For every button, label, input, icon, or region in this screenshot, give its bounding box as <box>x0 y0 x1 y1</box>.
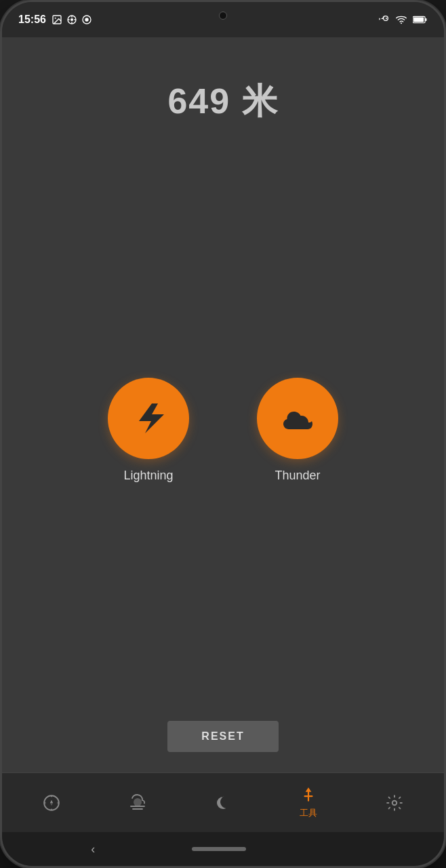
fog-icon <box>128 794 147 812</box>
reset-area: RESET <box>167 721 278 752</box>
status-time: 15:56 <box>18 14 46 26</box>
moon-icon <box>215 794 231 812</box>
tools-icon <box>300 786 317 804</box>
status-icons-right <box>379 14 428 25</box>
lightning-circle[interactable] <box>108 378 189 459</box>
nav-item-night[interactable] <box>196 794 250 812</box>
reset-button[interactable]: RESET <box>167 721 278 752</box>
circle-dot-icon <box>81 14 92 25</box>
distance-value: 649 米 <box>167 81 278 121</box>
gear-icon <box>386 794 403 812</box>
nav-item-tools[interactable]: 工具 <box>281 786 336 819</box>
back-button[interactable]: ‹ <box>91 842 95 856</box>
lightning-item[interactable]: Lightning <box>108 378 189 483</box>
battery-icon <box>413 14 428 25</box>
location-icon <box>66 14 77 25</box>
image-icon <box>52 14 62 25</box>
nav-item-compass[interactable] <box>24 794 79 812</box>
thunder-label: Thunder <box>275 469 320 483</box>
nav-label-tools: 工具 <box>300 807 317 819</box>
lightning-label: Lightning <box>123 469 173 483</box>
svg-point-15 <box>134 798 142 806</box>
svg-point-20 <box>392 800 397 805</box>
icons-section: Lightning Thunder <box>108 139 338 721</box>
gesture-bar: ‹ <box>2 832 444 866</box>
phone-frame: 15:56 <box>0 0 446 868</box>
nav-item-weather[interactable] <box>110 794 165 812</box>
home-gesture-pill[interactable] <box>192 847 246 851</box>
thunder-item[interactable]: Thunder <box>257 378 338 483</box>
wifi-icon <box>395 14 407 25</box>
thunder-circle[interactable] <box>257 378 338 459</box>
app-content: 649 米 Lightning <box>2 37 444 772</box>
key-icon <box>379 14 390 25</box>
svg-point-1 <box>55 18 56 19</box>
cloud-icon <box>277 398 318 439</box>
status-icons-left <box>52 14 92 25</box>
svg-rect-13 <box>425 18 426 21</box>
svg-point-3 <box>70 18 73 21</box>
lightning-bolt-icon <box>128 398 169 439</box>
distance-display: 649 米 <box>167 78 278 125</box>
svg-point-9 <box>85 18 88 21</box>
icon-row: Lightning Thunder <box>108 378 338 483</box>
bottom-nav: 工具 <box>2 772 444 832</box>
compass-icon <box>43 794 60 812</box>
status-bar: 15:56 <box>2 2 444 37</box>
nav-item-settings[interactable] <box>367 794 422 812</box>
camera <box>219 12 227 20</box>
svg-rect-12 <box>413 17 424 22</box>
svg-point-10 <box>401 22 402 24</box>
status-left: 15:56 <box>18 14 92 26</box>
